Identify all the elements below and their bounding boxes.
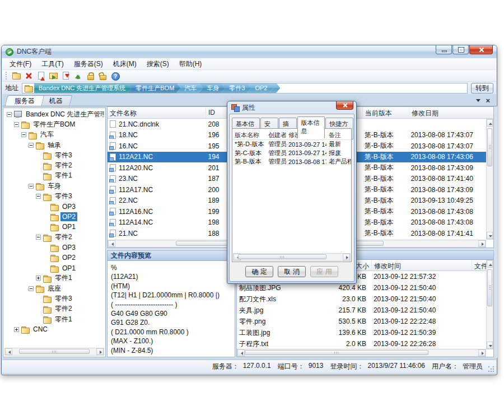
- new-folder-button[interactable]: [10, 71, 22, 81]
- tree-item[interactable]: 零件2: [4, 160, 104, 170]
- tree-item[interactable]: 零件生产BOM: [4, 119, 104, 129]
- column-header-date[interactable]: 修改日期: [409, 107, 487, 118]
- cancel-button[interactable]: 取 消: [278, 266, 306, 277]
- tree-item[interactable]: 车身: [4, 181, 104, 191]
- related-file-row[interactable]: 零件.png530.5 KB2013-09-12 22:22:48: [237, 316, 486, 327]
- related-vscrollbar[interactable]: [486, 260, 493, 349]
- menu-item[interactable]: 搜索(S): [142, 58, 174, 70]
- upload-button[interactable]: [72, 71, 84, 81]
- scroll-right-button[interactable]: [343, 254, 350, 260]
- delete-button[interactable]: [22, 71, 35, 81]
- breadcrumb-segment[interactable]: 零件生产BOM: [127, 83, 180, 94]
- scroll-up-button[interactable]: [487, 119, 493, 127]
- resize-grip[interactable]: [488, 366, 495, 373]
- column-header-version[interactable]: 当前版本: [363, 107, 409, 118]
- minimize-button[interactable]: [436, 45, 452, 54]
- scroll-down-button[interactable]: [487, 232, 493, 239]
- help-button[interactable]: [109, 71, 121, 81]
- tree-item[interactable]: CNC: [4, 324, 104, 334]
- menu-item[interactable]: 机床(M): [108, 58, 142, 70]
- tree-item[interactable]: 零件1: [4, 171, 104, 181]
- tree-item[interactable]: Bandex DNC 先进生产管理系统: [4, 109, 104, 119]
- send-to-folder-button[interactable]: [47, 71, 59, 81]
- tree-item[interactable]: 零件1: [4, 314, 104, 324]
- dialog-close-button[interactable]: [336, 101, 353, 110]
- expander-minus-icon[interactable]: [29, 286, 34, 291]
- checkin-file-button[interactable]: [35, 71, 47, 81]
- tree-item[interactable]: OP1: [4, 222, 104, 232]
- tree-item[interactable]: 底座: [4, 283, 104, 293]
- dialog-hscrollbar[interactable]: [233, 253, 351, 261]
- tab-机器[interactable]: 机器: [40, 95, 73, 106]
- expander-minus-icon[interactable]: [36, 194, 41, 199]
- scrollbar-thumb[interactable]: [19, 349, 90, 354]
- tree-item[interactable]: OP1: [4, 263, 104, 273]
- scroll-down-button[interactable]: [487, 342, 493, 349]
- related-hscrollbar[interactable]: [237, 349, 486, 357]
- expander-plus-icon[interactable]: [14, 327, 19, 332]
- column-header-version-name[interactable]: 版本名称: [232, 131, 266, 139]
- tree-item[interactable]: OP2: [4, 212, 104, 222]
- maximize-button[interactable]: [452, 45, 469, 54]
- expander-minus-icon[interactable]: [21, 132, 26, 137]
- column-header-creator[interactable]: 创建者: [266, 131, 286, 139]
- related-file-row[interactable]: 配刀文件.xls23.0 KB2013-09-12 21:50:40: [237, 293, 486, 305]
- related-file-row[interactable]: 子程序.txt2.0 KB2013-09-12 22:26:28: [237, 338, 486, 349]
- breadcrumb-segment[interactable]: Bandex DNC 先进生产管理系统: [34, 83, 132, 94]
- tree-item[interactable]: 轴承: [4, 140, 104, 150]
- column-header-time[interactable]: 修改时间: [372, 260, 472, 270]
- scroll-right-button[interactable]: [478, 240, 486, 247]
- scroll-left-button[interactable]: [5, 348, 12, 355]
- close-button[interactable]: [469, 45, 493, 54]
- menu-item[interactable]: 文件(F): [4, 58, 36, 70]
- expander-plus-icon[interactable]: [36, 276, 41, 281]
- scroll-right-button[interactable]: [96, 348, 104, 355]
- expander-minus-icon[interactable]: [29, 143, 34, 148]
- scrollbar-thumb[interactable]: [238, 254, 326, 259]
- file-list-vscrollbar[interactable]: [486, 119, 493, 240]
- panel-menu-icon[interactable]: [476, 99, 480, 104]
- tree-item[interactable]: OP3: [4, 242, 104, 253]
- scroll-right-button[interactable]: [478, 349, 486, 356]
- version-row[interactable]: *第-D-版本管理员2013-09-27 14:...最新: [232, 140, 351, 149]
- ok-button[interactable]: 确 定: [245, 266, 273, 277]
- tree-item[interactable]: OP3: [4, 202, 104, 212]
- tree-item[interactable]: 零件2: [4, 232, 104, 242]
- unlock-button[interactable]: [96, 71, 109, 81]
- tree-hscrollbar[interactable]: [4, 348, 104, 356]
- related-file-row[interactable]: 制品顶图.JPG420.4 KB2013-09-12 21:50:40: [237, 282, 486, 293]
- tree-item[interactable]: 零件1: [4, 273, 104, 283]
- tree-item[interactable]: 汽车: [4, 130, 104, 140]
- tree-item[interactable]: 零件3: [4, 293, 104, 304]
- expander-minus-icon[interactable]: [7, 112, 12, 117]
- menu-item[interactable]: 帮助(H): [174, 58, 207, 70]
- scrollbar-thumb[interactable]: [487, 269, 492, 306]
- column-header-file[interactable]: 文件(&I: [472, 260, 487, 270]
- scroll-left-button[interactable]: [237, 349, 245, 356]
- version-row[interactable]: 第-C-版本管理员2013-09-27 14:...报废: [232, 149, 351, 158]
- expander-minus-icon[interactable]: [36, 235, 41, 240]
- menu-item[interactable]: 服务器(S): [69, 58, 108, 70]
- menu-item[interactable]: 工具(T): [36, 58, 68, 70]
- panel-close-icon[interactable]: ×: [486, 97, 490, 104]
- version-row[interactable]: 第-B-版本管理员2013-08-08 17:...老产品程序: [232, 157, 351, 166]
- dialog-tab-版本信息[interactable]: 版本信息: [297, 116, 325, 138]
- tree-item[interactable]: OP2: [4, 253, 104, 263]
- column-header-name[interactable]: 文件名称: [108, 107, 206, 118]
- column-header-remark[interactable]: 备注: [326, 131, 351, 139]
- expander-minus-icon[interactable]: [14, 122, 19, 127]
- expander-minus-icon[interactable]: [29, 184, 34, 189]
- checkout-file-button[interactable]: [59, 71, 72, 81]
- breadcrumb-segment[interactable]: 零件3: [221, 83, 251, 94]
- tree-item[interactable]: 零件2: [4, 304, 104, 314]
- tree-item[interactable]: 零件3: [4, 150, 104, 160]
- related-file-row[interactable]: 夹具.jpg215.7 KB2013-09-12 21:50:40: [237, 305, 486, 316]
- lock-button[interactable]: [84, 71, 96, 81]
- title-bar[interactable]: DNC客户端: [2, 45, 497, 58]
- go-button[interactable]: 转到: [471, 83, 493, 94]
- tree-item[interactable]: 零件3: [4, 191, 104, 201]
- scrollbar-thumb[interactable]: [487, 128, 492, 166]
- tab-服务器[interactable]: 服务器: [5, 95, 45, 106]
- scrollbar-thumb[interactable]: [245, 350, 428, 355]
- scroll-up-button[interactable]: [487, 260, 493, 268]
